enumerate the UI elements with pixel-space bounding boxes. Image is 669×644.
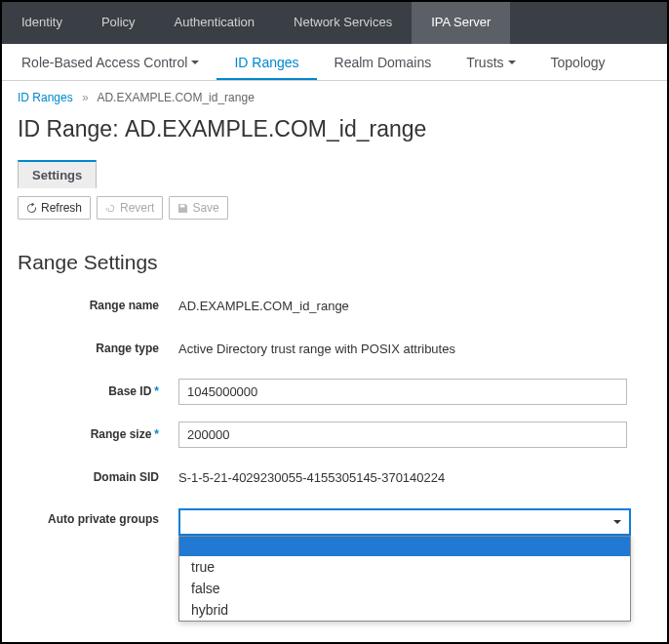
label-range-name: Range name: [18, 299, 178, 312]
row-range-size: Range size*: [18, 413, 651, 456]
label-base-id-text: Base ID: [108, 384, 151, 398]
subnav-trusts[interactable]: Trusts: [449, 45, 532, 80]
row-range-name: Range name AD.EXAMPLE.COM_id_range: [18, 284, 651, 327]
label-base-id: Base ID*: [18, 384, 178, 398]
subnav-id-ranges[interactable]: ID Ranges: [216, 45, 316, 80]
label-range-size-text: Range size: [91, 427, 152, 441]
topnav-policy[interactable]: Policy: [82, 2, 155, 44]
chevron-down-icon: [191, 60, 199, 64]
label-range-size: Range size*: [18, 427, 178, 441]
value-domain-sid: S-1-5-21-4029230055-4155305145-370140224: [178, 470, 651, 485]
row-base-id: Base ID*: [18, 370, 651, 413]
chevron-down-icon: [508, 60, 516, 64]
subnav-topology[interactable]: Topology: [533, 45, 623, 80]
value-range-name: AD.EXAMPLE.COM_id_range: [178, 299, 651, 313]
revert-button[interactable]: Revert: [97, 196, 163, 220]
sub-nav: Role-Based Access Control ID Ranges Real…: [2, 44, 667, 81]
page-title-name: AD.EXAMPLE.COM_id_range: [125, 116, 426, 141]
auto-private-groups-select[interactable]: [178, 508, 631, 536]
save-icon: [177, 203, 188, 214]
required-star: *: [154, 384, 159, 398]
tab-settings[interactable]: Settings: [18, 160, 97, 188]
select-dropdown: true false hybrid: [178, 536, 631, 622]
row-domain-sid: Domain SID S-1-5-21-4029230055-415530514…: [18, 456, 651, 499]
topnav-identity[interactable]: Identity: [2, 2, 82, 44]
section-title: Range Settings: [2, 227, 667, 284]
select-option-false[interactable]: false: [179, 578, 630, 599]
topnav-network-services[interactable]: Network Services: [274, 2, 412, 44]
form: Range name AD.EXAMPLE.COM_id_range Range…: [2, 284, 667, 542]
revert-label: Revert: [120, 201, 154, 215]
page-title: ID Range: AD.EXAMPLE.COM_id_range: [2, 108, 667, 160]
label-auto-private-groups: Auto private groups: [18, 508, 178, 526]
top-nav: Identity Policy Authentication Network S…: [2, 2, 667, 44]
select-option-hybrid[interactable]: hybrid: [179, 599, 630, 621]
save-label: Save: [192, 201, 218, 215]
select-option-true[interactable]: true: [179, 556, 630, 578]
select-option-blank[interactable]: [179, 537, 630, 556]
breadcrumb: ID Ranges » AD.EXAMPLE.COM_id_range: [2, 81, 667, 108]
topnav-ipa-server[interactable]: IPA Server: [412, 2, 510, 44]
subnav-rbac-label: Role-Based Access Control: [21, 55, 187, 70]
subnav-realm-domains[interactable]: Realm Domains: [317, 45, 450, 80]
breadcrumb-link[interactable]: ID Ranges: [18, 91, 73, 104]
revert-icon: [105, 203, 116, 214]
subnav-rbac[interactable]: Role-Based Access Control: [4, 45, 216, 80]
breadcrumb-separator: »: [82, 91, 89, 104]
required-star: *: [154, 427, 159, 441]
base-id-input[interactable]: [178, 379, 627, 405]
row-range-type: Range type Active Directory trust range …: [18, 327, 651, 370]
topnav-authentication[interactable]: Authentication: [155, 2, 274, 44]
value-range-type: Active Directory trust range with POSIX …: [178, 342, 651, 356]
page-title-prefix: ID Range:: [18, 116, 125, 141]
label-domain-sid: Domain SID: [18, 470, 178, 484]
label-range-type: Range type: [18, 342, 178, 355]
subnav-trusts-label: Trusts: [466, 55, 503, 70]
save-button[interactable]: Save: [169, 196, 227, 220]
toolbar: Refresh Revert Save: [2, 188, 667, 227]
breadcrumb-current: AD.EXAMPLE.COM_id_range: [97, 91, 254, 104]
refresh-label: Refresh: [41, 201, 82, 215]
tabs: Settings: [2, 160, 667, 188]
refresh-button[interactable]: Refresh: [18, 196, 91, 220]
chevron-down-icon: [613, 520, 621, 524]
range-size-input[interactable]: [178, 422, 627, 448]
refresh-icon: [26, 203, 37, 214]
row-auto-private-groups: Auto private groups true false hybrid: [18, 499, 651, 542]
